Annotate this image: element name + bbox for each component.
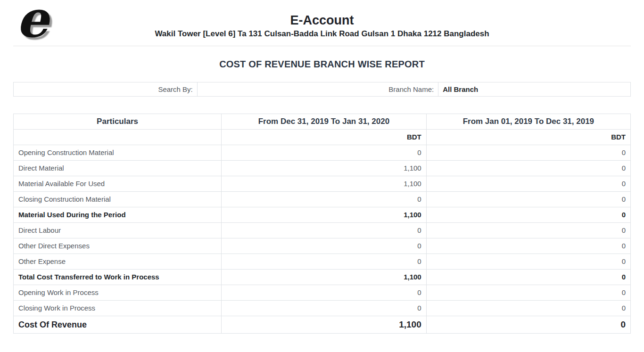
total-row-label: Cost Of Revenue [14, 316, 222, 334]
row-label: Total Cost Transferred to Work in Proces… [14, 270, 222, 285]
row-label: Opening Construction Material [14, 145, 222, 161]
table-row: Closing Work in Process 0 0 [14, 301, 631, 316]
cost-of-revenue-table: Particulars From Dec 31, 2019 To Jan 31,… [13, 114, 631, 334]
table-total-row: Cost Of Revenue 1,100 0 [14, 316, 631, 334]
company-name: E-Account [0, 12, 644, 28]
row-value-period1: 0 [222, 301, 427, 316]
total-value-period1: 1,100 [222, 316, 427, 334]
row-label: Opening Work in Process [14, 285, 222, 301]
table-row: Opening Construction Material 0 0 [14, 145, 631, 161]
row-value-period2: 0 [426, 285, 630, 301]
table-row: Direct Labour 0 0 [14, 223, 631, 238]
table-row: Closing Construction Material 0 0 [14, 192, 631, 207]
row-value-period1: 0 [222, 285, 427, 301]
row-value-period1: 0 [222, 192, 427, 207]
row-value-period2: 0 [426, 301, 630, 316]
row-value-period2: 0 [426, 192, 630, 207]
row-value-period2: 0 [426, 270, 630, 285]
row-value-period1: 0 [222, 145, 427, 161]
row-label: Other Expense [14, 254, 222, 270]
table-row: Direct Material 1,100 0 [14, 161, 631, 176]
row-value-period2: 0 [426, 254, 630, 270]
row-value-period1: 1,100 [222, 176, 427, 192]
row-value-period2: 0 [426, 176, 630, 192]
row-label: Other Direct Expenses [14, 238, 222, 254]
currency-empty-cell [14, 130, 222, 145]
currency-label-period1: BDT [222, 130, 427, 145]
row-value-period1: 1,100 [222, 161, 427, 176]
total-value-period2: 0 [426, 316, 630, 334]
row-value-period1: 0 [222, 223, 427, 238]
row-label: Closing Work in Process [14, 301, 222, 316]
table-row: Other Direct Expenses 0 0 [14, 238, 631, 254]
table-subtotal-row: Material Used During the Period 1,100 0 [14, 207, 631, 223]
row-value-period2: 0 [426, 161, 630, 176]
table-row: Other Expense 0 0 [14, 254, 631, 270]
report-page: e E-Account Wakil Tower [Level 6] Ta 131… [0, 0, 644, 352]
row-value-period1: 1,100 [222, 270, 427, 285]
row-value-period2: 0 [426, 207, 630, 223]
table-row: Material Available For Used 1,100 0 [14, 176, 631, 192]
search-filter-bar: Search By: Branch Name: All Branch [13, 82, 631, 97]
row-value-period1: 1,100 [222, 207, 427, 223]
column-header-particulars: Particulars [14, 114, 222, 130]
currency-row: BDT BDT [14, 130, 631, 145]
column-header-period2: From Jan 01, 2019 To Dec 31, 2019 [426, 114, 630, 130]
row-value-period2: 0 [426, 223, 630, 238]
column-header-period1: From Dec 31, 2019 To Jan 31, 2020 [222, 114, 427, 130]
row-label: Material Used During the Period [14, 207, 222, 223]
branch-name-value: All Branch [438, 82, 630, 96]
search-by-label: Search By: [14, 82, 198, 96]
row-label: Direct Material [14, 161, 222, 176]
company-address: Wakil Tower [Level 6] Ta 131 Culsan-Badd… [0, 28, 644, 40]
currency-label-period2: BDT [426, 130, 630, 145]
row-value-period1: 0 [222, 238, 427, 254]
row-label: Direct Labour [14, 223, 222, 238]
table-row: Opening Work in Process 0 0 [14, 285, 631, 301]
row-value-period1: 0 [222, 254, 427, 270]
header-divider [13, 46, 631, 46]
row-label: Material Available For Used [14, 176, 222, 192]
table-header-row: Particulars From Dec 31, 2019 To Jan 31,… [14, 114, 631, 130]
report-title: COST OF REVENUE BRANCH WISE REPORT [0, 57, 644, 71]
row-label: Closing Construction Material [14, 192, 222, 207]
row-value-period2: 0 [426, 145, 630, 161]
company-header: e E-Account Wakil Tower [Level 6] Ta 131… [0, 0, 644, 40]
row-value-period2: 0 [426, 238, 630, 254]
table-subtotal-row: Total Cost Transferred to Work in Proces… [14, 270, 631, 285]
branch-name-label: Branch Name: [198, 82, 438, 96]
